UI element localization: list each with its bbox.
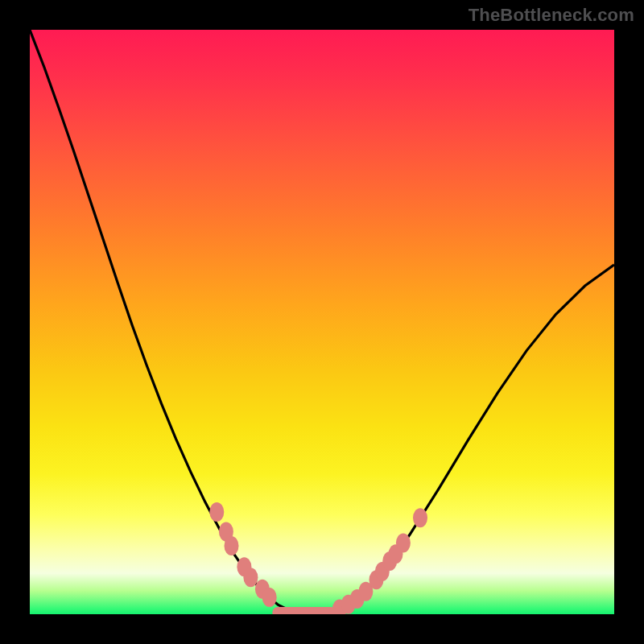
watermark-text: TheBottleneck.com [469, 5, 634, 26]
chart-root: TheBottleneck.com [0, 0, 644, 644]
gradient-background [30, 30, 614, 614]
